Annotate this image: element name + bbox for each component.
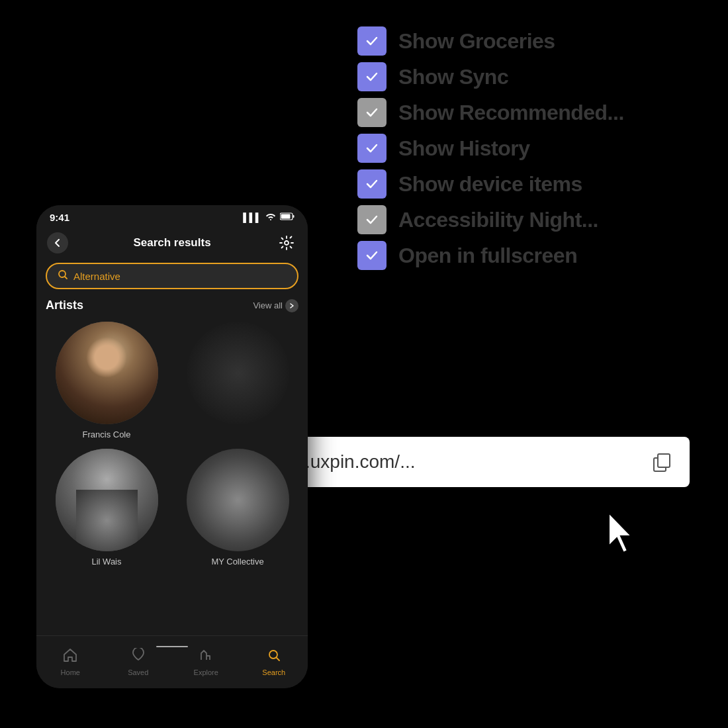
checklist-label-2: Show Sync <box>398 65 508 89</box>
checkbox-6[interactable] <box>357 205 387 234</box>
checkbox-2[interactable] <box>357 62 387 91</box>
checklist-item-6[interactable]: Accessibility Night... <box>357 205 624 234</box>
checklist-item-4[interactable]: Show History <box>357 134 624 163</box>
artist-name-my-collective: MY Collective <box>211 557 263 567</box>
artist-avatar-francis-cole <box>56 322 158 424</box>
artist-avatar-2 <box>187 322 289 424</box>
svg-point-7 <box>269 651 277 659</box>
artist-card-my-collective[interactable]: MY Collective <box>177 449 298 567</box>
nav-indicator <box>156 646 188 647</box>
svg-rect-4 <box>293 215 295 218</box>
settings-button[interactable] <box>276 232 297 253</box>
checklist-label-5: Show device items <box>398 172 582 197</box>
status-bar: 9:41 ▌▌▌ <box>36 205 308 227</box>
home-icon <box>63 648 77 666</box>
artists-section: Artists View all Francis Cole <box>36 298 308 567</box>
artists-title: Artists <box>46 298 83 312</box>
view-all-arrow-icon <box>285 299 298 312</box>
search-input[interactable]: Alternative <box>46 263 298 289</box>
checkbox-3[interactable] <box>357 98 387 127</box>
checklist-item-2[interactable]: Show Sync <box>357 62 624 91</box>
checklist-panel: Show Groceries Show Sync Show Recommende… <box>357 26 624 270</box>
nav-label-saved: Saved <box>128 668 148 676</box>
status-time: 9:41 <box>50 212 69 223</box>
checkbox-7[interactable] <box>357 241 387 270</box>
artist-card-2[interactable] <box>177 322 298 439</box>
search-input-value: Alternative <box>73 271 120 282</box>
artists-header: Artists View all <box>46 298 298 312</box>
checklist-item-7[interactable]: Open in fullscreen <box>357 241 624 270</box>
nav-item-explore[interactable]: Explore <box>172 648 240 676</box>
checklist-label-1: Show Groceries <box>398 29 555 54</box>
back-button[interactable] <box>47 232 68 253</box>
bottom-nav: Home Saved Explore <box>36 635 308 688</box>
view-all-label: View all <box>253 300 283 310</box>
artist-card-francis-cole[interactable]: Francis Cole <box>46 322 167 439</box>
saved-icon <box>131 648 146 666</box>
checkbox-5[interactable] <box>357 169 387 199</box>
page-title: Search results <box>133 236 210 250</box>
svg-rect-1 <box>658 454 670 467</box>
artist-avatar-my-collective <box>187 449 289 551</box>
view-all-button[interactable]: View all <box>253 299 298 312</box>
artist-name-francis-cole: Francis Cole <box>83 430 131 439</box>
nav-item-search[interactable]: Search <box>240 648 308 676</box>
checklist-label-3: Show Recommended... <box>398 101 624 125</box>
signal-icon: ▌▌▌ <box>243 212 261 222</box>
svg-rect-3 <box>281 214 291 219</box>
checklist-label-4: Show History <box>398 136 529 161</box>
checkbox-4[interactable] <box>357 134 387 163</box>
checklist-label-6: Accessibility Night... <box>398 208 598 232</box>
checklist-item-5[interactable]: Show device items <box>357 169 624 199</box>
checklist-item-3[interactable]: Show Recommended... <box>357 98 624 127</box>
checklist-label-7: Open in fullscreen <box>398 244 577 268</box>
svg-point-5 <box>285 241 289 245</box>
mouse-cursor <box>602 510 642 559</box>
copy-icon[interactable] <box>647 447 676 477</box>
checklist-item-1[interactable]: Show Groceries <box>357 26 624 56</box>
checkbox-1[interactable] <box>357 26 387 56</box>
phone-frame: 9:41 ▌▌▌ Search results <box>36 205 308 688</box>
nav-item-home[interactable]: Home <box>36 648 105 676</box>
explore-icon <box>199 648 213 666</box>
search-icon <box>58 269 68 283</box>
nav-item-saved[interactable]: Saved <box>105 648 173 676</box>
battery-icon <box>280 212 295 222</box>
artist-avatar-lil-wais <box>56 449 158 551</box>
nav-label-search: Search <box>262 668 285 676</box>
top-nav: Search results <box>36 227 308 260</box>
nav-label-home: Home <box>61 668 80 676</box>
artist-name-lil-wais: Lil Wais <box>91 557 121 567</box>
artists-grid: Francis Cole Lil Wais <box>46 322 298 567</box>
search-nav-icon <box>267 648 281 666</box>
nav-label-explore: Explore <box>194 668 218 676</box>
wifi-icon <box>265 212 276 222</box>
artist-card-lil-wais[interactable]: Lil Wais <box>46 449 167 567</box>
status-icons: ▌▌▌ <box>243 212 295 222</box>
